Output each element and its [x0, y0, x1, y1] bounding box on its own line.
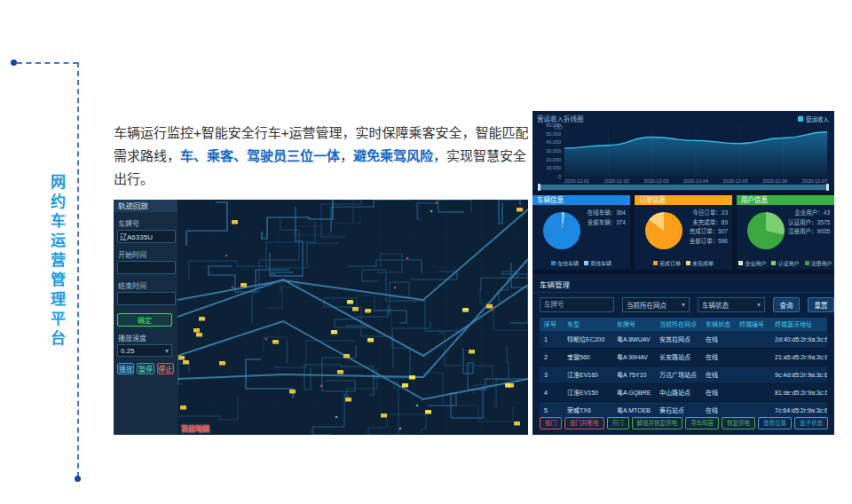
- legend-swatch-icon: [805, 261, 809, 265]
- search-button[interactable]: 查询: [773, 297, 800, 312]
- y-tick: 30,000: [534, 148, 561, 154]
- col-index: 序号: [540, 318, 563, 331]
- connector-end-dot: [75, 476, 81, 482]
- view-location-button[interactable]: 查看位置: [758, 417, 792, 429]
- x-tick: 2020-12-01: [564, 178, 589, 184]
- col-station: 当前所在网点: [655, 318, 701, 331]
- y-tick: 0: [534, 174, 561, 179]
- table-row[interactable]: 3 江淮EV160 粤A 75Y10 万达广场站点 在线 9c:4d:d5:2r…: [540, 366, 827, 384]
- slider-handle-right[interactable]: [826, 184, 829, 191]
- x-tick: 2020-12-06: [762, 178, 787, 184]
- confirm-button[interactable]: 确定: [117, 313, 172, 327]
- chevron-down-icon: [165, 347, 169, 355]
- play-button[interactable]: 播放: [117, 363, 134, 374]
- x-tick: 2020-12-02: [604, 178, 629, 184]
- legend-label: 在线车辆: [557, 259, 579, 267]
- vehicle-management-box: 车辆管理 当前所在网点 车辆状态 查询 重置 序号 车型 车: [532, 274, 834, 435]
- income-chart-plot: [564, 125, 827, 177]
- intro-paragraph: 车辆运行监控+智能安全行车+运营管理，实时保障乘客安全，智能匹配需求路线，车、乘…: [114, 122, 529, 191]
- user-info-card: 用户信息 企业用户：43 认证用户：3575 注册用户：9035 企业用户 认证…: [737, 195, 834, 270]
- cell-model: 宝骏560: [563, 349, 612, 366]
- col-mac: 终端蓝牙地址: [770, 318, 827, 331]
- order-pie-legend: 完成订单 未完成单: [635, 259, 732, 267]
- find-car-horn-button[interactable]: 寻车鸣笛: [685, 417, 719, 429]
- end-time-input[interactable]: [117, 292, 176, 305]
- vehicle-actions-bar: 锁门 锁门并断电 开门 解锁并恢复供电 寻车鸣笛 恢复供电 查看位置 盒子状态: [540, 417, 828, 429]
- chevron-down-icon: [757, 301, 761, 309]
- order-card-stats: 今日订单：23 未完成单：89 完成订单：507 全部订单：596: [690, 209, 728, 247]
- cell-mac: 21:a5:d5:2r:9a:3c:6b:9c:66:7: [770, 349, 827, 366]
- status-filter-select[interactable]: 车辆状态: [698, 297, 765, 312]
- legend-swatch-icon: [551, 261, 556, 265]
- stop-button[interactable]: 停止: [157, 363, 174, 374]
- dashboard-panel: 营运收入折线图 (元) 营运收入 60,000 50,000 40,000 30…: [532, 111, 834, 435]
- stat-line: 全部订单：596: [690, 237, 728, 247]
- cell-index: 3: [540, 366, 563, 383]
- map-view[interactable]: 百度地图: [178, 200, 528, 435]
- table-row[interactable]: 2 宝骏560 粤A 99HAV 长安路站点 在线 21:a5:d5:2r:9a…: [540, 349, 827, 366]
- cell-index: 4: [540, 384, 563, 401]
- vehicle-card-header: 车辆信息: [532, 195, 630, 205]
- track-playback-sidebar: 轨迹回放 车牌号 开始时间 结束时间 确定 播放速度 0.25 播放 暂停 停止: [114, 200, 178, 435]
- cell-model: 江淮EV150: [563, 384, 612, 401]
- income-chart-legend[interactable]: 营运收入: [798, 114, 829, 123]
- cell-terminal: [735, 331, 770, 348]
- plate-filter-input[interactable]: [540, 297, 614, 312]
- vehicle-info-card: 车辆信息 在线车辆：364 全部车辆：374 在线车辆 离线车辆: [532, 195, 630, 270]
- legend-label: 离线车辆: [590, 259, 611, 267]
- plate-input[interactable]: [117, 230, 176, 243]
- lock-door-power-off-button[interactable]: 锁门并断电: [564, 417, 604, 429]
- legend-swatch-icon: [798, 116, 803, 122]
- status-filter-value: 车辆状态: [702, 300, 729, 310]
- order-pie-chart: [645, 212, 682, 249]
- pause-button[interactable]: 暂停: [137, 363, 154, 374]
- speed-select[interactable]: 0.25: [117, 344, 172, 357]
- slider-handle-left[interactable]: [538, 184, 540, 191]
- user-pie-chart: [747, 212, 785, 249]
- cell-terminal: [735, 349, 770, 366]
- legend-label: 认证用户: [777, 259, 799, 267]
- cell-status: 在线: [701, 331, 735, 348]
- open-door-button[interactable]: 开门: [607, 417, 629, 429]
- vehicle-table-title: 车辆管理: [540, 279, 570, 289]
- legend-item[interactable]: 在线车辆: [551, 259, 579, 267]
- cell-station: 万达广场站点: [655, 366, 701, 383]
- table-row[interactable]: 4 江淮EV150 粤A GQBRE 中山路站点 在线 81:de:d5:2r:…: [540, 384, 827, 402]
- cell-mac: 81:de:d5:2r:9a:3c:6b:7d:66:4: [770, 384, 827, 401]
- legend-swatch-icon: [653, 261, 658, 265]
- legend-item[interactable]: 认证用户: [771, 259, 799, 267]
- box-status-button[interactable]: 盒子状态: [794, 417, 828, 429]
- legend-item[interactable]: 离线车辆: [584, 259, 611, 267]
- legend-item[interactable]: 完成订单: [653, 259, 681, 267]
- legend-item[interactable]: 注册用户: [805, 259, 832, 267]
- order-card-header: 订单信息: [635, 195, 732, 205]
- y-tick: 10,000: [534, 165, 561, 170]
- unlock-restore-power-button[interactable]: 解锁并恢复供电: [632, 417, 683, 429]
- y-tick: 40,000: [534, 139, 561, 145]
- stat-line: 企业用户：43: [788, 209, 830, 218]
- stat-line: 未完成单：89: [690, 218, 728, 228]
- lock-door-button[interactable]: 锁门: [540, 417, 562, 429]
- cell-plate: 粤A 8WUAV: [612, 331, 655, 348]
- station-filter-select[interactable]: 当前所在网点: [622, 297, 690, 312]
- legend-item[interactable]: 未完成单: [686, 259, 714, 267]
- end-time-label: 结束时间: [118, 280, 173, 290]
- playback-controls: 播放 暂停 停止: [117, 363, 174, 374]
- table-filters: 当前所在网点 车辆状态 查询 重置: [540, 297, 834, 312]
- data-zoom-slider[interactable]: [538, 185, 829, 190]
- x-axis-labels: 2020-12-01 2020-12-02 2020-12-03 2020-12…: [564, 178, 827, 184]
- stat-line: 完成订单：507: [690, 227, 728, 237]
- legend-item[interactable]: 企业用户: [738, 259, 766, 267]
- stat-line: 注册用户：9035: [788, 227, 830, 237]
- y-tick: 50,000: [534, 131, 561, 137]
- cell-model: 特斯拉EC200: [563, 331, 612, 348]
- plate-label: 车牌号: [118, 218, 173, 228]
- table-row[interactable]: 1 特斯拉EC200 粤A 8WUAV 安其拉网点 在线 2d:40:d5:2r…: [540, 331, 827, 349]
- cell-index: 1: [540, 331, 563, 348]
- connector-start-dot: [11, 59, 17, 66]
- reset-button[interactable]: 重置: [808, 297, 834, 312]
- y-tick: 60,000: [534, 122, 561, 128]
- y-tick: 20,000: [534, 157, 561, 162]
- restore-power-button[interactable]: 恢复供电: [722, 417, 755, 429]
- start-time-input[interactable]: [117, 261, 176, 274]
